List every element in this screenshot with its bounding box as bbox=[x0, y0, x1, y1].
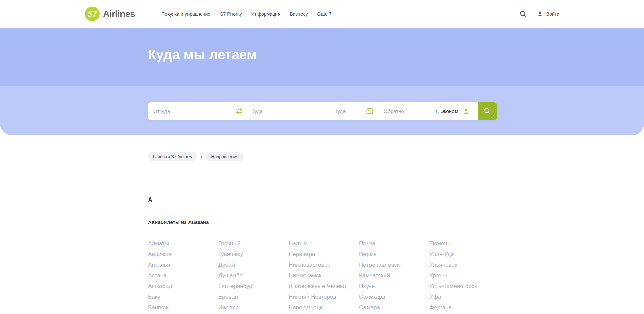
city-link[interactable]: Надым bbox=[289, 238, 350, 249]
city-link[interactable]: Ереван bbox=[218, 292, 279, 302]
city-link[interactable]: Пхукет bbox=[359, 281, 420, 292]
city-link[interactable]: Салехард bbox=[359, 292, 420, 302]
depart-date-input[interactable] bbox=[335, 108, 361, 114]
hero-banner: Куда мы летаем bbox=[0, 28, 644, 86]
city-link[interactable]: Пенза bbox=[359, 238, 420, 249]
return-date-input[interactable] bbox=[378, 102, 426, 120]
main-nav: Покупка и управление S7 Priority Информа… bbox=[161, 11, 331, 17]
city-link[interactable]: Грозный bbox=[218, 238, 279, 249]
nav-item[interactable]: Gate 7 bbox=[317, 11, 331, 17]
search-panel: 1, Эконом bbox=[0, 86, 644, 135]
login-button[interactable]: Войти bbox=[537, 11, 559, 17]
city-link[interactable]: Ульяновск bbox=[429, 259, 490, 270]
passenger-icon bbox=[463, 108, 469, 114]
nav-item[interactable]: Информация bbox=[251, 11, 281, 17]
city-column-2: ГрозныйГуанчжоуДубайДушанбеЕкатеринбургЕ… bbox=[218, 238, 279, 314]
swap-icon bbox=[235, 108, 243, 114]
chevron-right-icon: › bbox=[201, 154, 202, 159]
breadcrumb: Главная S7 Airlines › Направления bbox=[148, 152, 644, 161]
city-link[interactable]: Алматы bbox=[148, 238, 209, 249]
city-link[interactable]: Самара bbox=[359, 302, 420, 313]
city-link[interactable]: Нерюнгри bbox=[289, 249, 350, 260]
breadcrumb-home[interactable]: Главная S7 Airlines bbox=[148, 152, 197, 161]
city-link[interactable]: Екатеринбург bbox=[218, 281, 279, 292]
login-label: Войти bbox=[546, 11, 559, 17]
city-link[interactable]: Тюмень bbox=[429, 238, 490, 249]
search-submit-button[interactable] bbox=[478, 102, 497, 120]
city-link[interactable]: Улан-Удэ bbox=[429, 249, 490, 260]
nav-item[interactable]: Покупка и управление bbox=[161, 11, 210, 17]
nav-item[interactable]: S7 Priority bbox=[220, 11, 242, 17]
s7-logo-badge: S7 bbox=[85, 7, 100, 21]
city-link[interactable]: Нижний Новгород bbox=[289, 292, 350, 302]
city-link[interactable]: Фергана bbox=[429, 302, 490, 313]
nav-item[interactable]: Бизнесу bbox=[290, 11, 308, 17]
city-column-4: ПензаПермьПетропавловск-КамчатскийПхукет… bbox=[359, 238, 420, 314]
city-link[interactable]: Бангкок bbox=[148, 302, 209, 313]
city-link[interactable]: Гуанчжоу bbox=[218, 249, 279, 260]
depart-date-field[interactable] bbox=[330, 102, 378, 120]
city-link[interactable]: Андижан bbox=[148, 249, 209, 260]
city-link[interactable]: Ургенч bbox=[429, 270, 490, 281]
search-icon bbox=[483, 107, 491, 115]
city-link[interactable]: Нижнекамск (Набережные Челны) bbox=[289, 270, 350, 292]
city-link[interactable]: Усть-Каменогорск bbox=[429, 281, 490, 292]
swap-cities-button[interactable] bbox=[232, 102, 246, 120]
flight-search-form: 1, Эконом bbox=[148, 102, 497, 120]
passengers-class-selector[interactable]: 1, Эконом bbox=[426, 102, 478, 120]
city-link[interactable]: Дубай bbox=[218, 259, 279, 270]
breadcrumb-current: Направления bbox=[206, 152, 244, 161]
city-column-1: АлматыАндижанАнтальяАстанаАшхабадБакуБан… bbox=[148, 238, 209, 314]
page-title: Куда мы летаем bbox=[0, 28, 644, 62]
search-icon[interactable] bbox=[520, 11, 527, 17]
header-divider bbox=[532, 9, 532, 18]
city-grid: АлматыАндижанАнтальяАстанаАшхабадБакуБан… bbox=[148, 238, 644, 314]
city-link[interactable]: Астана bbox=[148, 270, 209, 281]
city-link[interactable]: Пермь bbox=[359, 249, 420, 260]
passengers-value: 1, Эконом bbox=[435, 108, 458, 114]
user-icon bbox=[537, 11, 543, 17]
city-link[interactable]: Душанбе bbox=[218, 270, 279, 281]
letter-heading: А bbox=[148, 196, 644, 204]
s7-logo[interactable]: S7 Airlines bbox=[85, 7, 135, 21]
header: S7 Airlines Покупка и управление S7 Prio… bbox=[0, 0, 644, 28]
s7-logo-text: Airlines bbox=[103, 9, 135, 19]
header-actions: Войти bbox=[520, 9, 559, 18]
city-link[interactable]: Анталья bbox=[148, 259, 209, 270]
city-link[interactable]: Баку bbox=[148, 292, 209, 302]
city-link[interactable]: Новокузнецк bbox=[289, 302, 350, 313]
calendar-icon bbox=[366, 107, 373, 115]
city-link[interactable]: Ашхабад bbox=[148, 281, 209, 292]
city-link[interactable]: Новосибирск bbox=[289, 313, 350, 314]
city-link[interactable]: Нижневартовск bbox=[289, 259, 350, 270]
destination-input[interactable] bbox=[246, 102, 330, 120]
city-link[interactable]: Самарканд bbox=[359, 313, 420, 314]
city-column-3: НадымНерюнгриНижневартовскНижнекамск (На… bbox=[289, 238, 350, 314]
city-link[interactable]: Ижевск bbox=[218, 302, 279, 313]
city-link[interactable]: Петропавловск-Камчатский bbox=[359, 259, 420, 281]
origin-input[interactable] bbox=[148, 102, 232, 120]
city-link[interactable]: Уфа bbox=[429, 292, 490, 302]
city-column-5: ТюменьУлан-УдэУльяновскУргенчУсть-Камено… bbox=[429, 238, 490, 314]
section-title: Авиабилеты из Абакана bbox=[148, 219, 644, 225]
